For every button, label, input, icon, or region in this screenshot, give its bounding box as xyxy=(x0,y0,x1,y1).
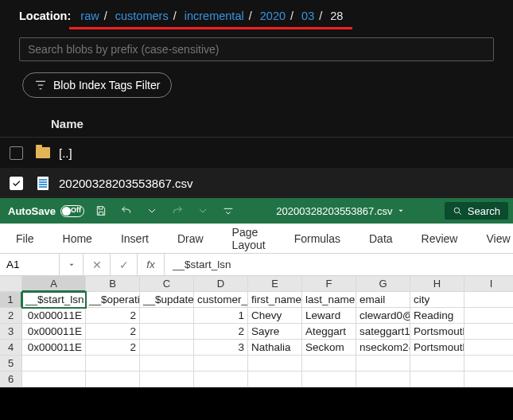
cell[interactable] xyxy=(464,356,513,371)
cell[interactable]: Seckom xyxy=(302,340,356,356)
cell[interactable] xyxy=(140,324,194,340)
cell[interactable] xyxy=(86,356,140,371)
row-checkbox[interactable] xyxy=(10,177,23,190)
cell[interactable]: 2 xyxy=(194,324,248,340)
cell[interactable] xyxy=(140,340,194,356)
cell[interactable] xyxy=(410,371,464,387)
tab-formulas[interactable]: Formulas xyxy=(290,229,345,248)
cell[interactable]: cleward0@ xyxy=(356,308,410,324)
formula-value[interactable]: __$start_lsn xyxy=(165,254,513,275)
crumb-customers[interactable]: customers xyxy=(115,10,169,22)
cell[interactable]: Leward xyxy=(302,308,356,324)
cancel-icon[interactable]: ✕ xyxy=(84,254,111,275)
crumb-2020[interactable]: 2020 xyxy=(260,10,286,22)
crumb-03[interactable]: 03 xyxy=(301,10,314,22)
cell[interactable] xyxy=(464,308,513,324)
name-box[interactable]: A1 xyxy=(0,254,60,275)
cell[interactable]: Reading xyxy=(410,308,464,324)
cell[interactable]: __$start_lsn xyxy=(22,292,86,308)
cell[interactable] xyxy=(464,292,513,308)
cell[interactable]: 0x000011E xyxy=(22,308,86,324)
blob-index-tags-filter-button[interactable]: Blob Index Tags Filter xyxy=(22,72,172,98)
cell[interactable]: Portsmouth xyxy=(410,324,464,340)
column-header[interactable]: G xyxy=(356,276,410,292)
column-header[interactable]: F xyxy=(302,276,356,292)
save-icon[interactable] xyxy=(92,204,110,217)
cell[interactable] xyxy=(356,371,410,387)
cell[interactable]: Ateggart xyxy=(302,324,356,340)
cell[interactable]: customer_ xyxy=(194,292,248,308)
column-header[interactable]: I xyxy=(464,276,513,292)
enter-icon[interactable]: ✓ xyxy=(111,254,138,275)
crumb-incremental[interactable]: incremental xyxy=(185,10,244,22)
qat-customize-icon[interactable] xyxy=(220,204,237,217)
tab-view[interactable]: View xyxy=(481,229,513,248)
cell[interactable] xyxy=(356,356,410,371)
cell[interactable] xyxy=(22,356,86,371)
cell[interactable]: email xyxy=(356,292,410,308)
cell[interactable]: 2 xyxy=(86,308,140,324)
column-header[interactable]: E xyxy=(248,276,302,292)
select-all-corner[interactable] xyxy=(0,276,22,292)
column-header[interactable]: H xyxy=(410,276,464,292)
tab-review[interactable]: Review xyxy=(417,229,463,248)
tab-page-layout[interactable]: Page Layout xyxy=(227,223,270,255)
cell[interactable] xyxy=(194,356,248,371)
column-header[interactable]: D xyxy=(194,276,248,292)
undo-icon[interactable] xyxy=(118,204,135,217)
cell[interactable]: 0x000011E xyxy=(22,340,86,356)
cell[interactable] xyxy=(464,371,513,387)
row-header[interactable]: 1 xyxy=(0,292,22,308)
row-checkbox[interactable] xyxy=(10,146,23,160)
cell[interactable]: sateggart1 xyxy=(356,324,410,340)
chevron-down-icon[interactable] xyxy=(194,204,212,217)
row-name[interactable]: [..] xyxy=(54,146,72,160)
cell[interactable]: 2 xyxy=(86,340,140,356)
tab-data[interactable]: Data xyxy=(364,229,398,248)
cell[interactable] xyxy=(140,371,194,387)
tab-file[interactable]: File xyxy=(11,229,39,248)
cell[interactable] xyxy=(194,371,248,387)
cell[interactable]: 3 xyxy=(194,340,248,356)
cell[interactable] xyxy=(464,324,513,340)
cell[interactable]: Portsmouth xyxy=(410,340,464,356)
search-input[interactable] xyxy=(19,37,494,61)
cell[interactable]: 2 xyxy=(86,324,140,340)
cell[interactable] xyxy=(248,371,302,387)
tab-insert[interactable]: Insert xyxy=(116,229,154,248)
autosave-toggle[interactable]: AutoSave Off xyxy=(8,205,84,217)
crumb-raw[interactable]: raw xyxy=(80,10,99,22)
row-header[interactable]: 5 xyxy=(0,356,22,371)
row-header[interactable]: 4 xyxy=(0,340,22,356)
cell[interactable] xyxy=(464,340,513,356)
tab-draw[interactable]: Draw xyxy=(173,229,208,248)
cell[interactable]: first_name xyxy=(248,292,302,308)
cell[interactable] xyxy=(140,308,194,324)
document-title[interactable]: 20200328203553867.csv xyxy=(276,205,405,217)
name-box-dropdown[interactable] xyxy=(60,254,84,275)
list-item[interactable]: 20200328203553867.csv xyxy=(0,168,513,198)
cell[interactable]: 0x000011E xyxy=(22,324,86,340)
column-header[interactable]: B xyxy=(86,276,140,292)
tab-home[interactable]: Home xyxy=(58,229,97,248)
row-header[interactable]: 2 xyxy=(0,308,22,324)
cell[interactable] xyxy=(248,356,302,371)
column-header[interactable]: C xyxy=(140,276,194,292)
redo-icon[interactable] xyxy=(169,204,186,217)
column-header[interactable]: A xyxy=(22,276,86,292)
cell[interactable]: Nathalia xyxy=(248,340,302,356)
cell[interactable] xyxy=(302,356,356,371)
row-name[interactable]: 20200328203553867.csv xyxy=(54,177,193,190)
cell[interactable]: city xyxy=(410,292,464,308)
cell[interactable]: 1 xyxy=(194,308,248,324)
cell[interactable]: Chevy xyxy=(248,308,302,324)
chevron-down-icon[interactable] xyxy=(143,204,161,217)
excel-search-button[interactable]: Search xyxy=(445,202,508,220)
row-header[interactable]: 6 xyxy=(0,371,22,387)
cell[interactable]: last_name xyxy=(302,292,356,308)
row-header[interactable]: 3 xyxy=(0,324,22,340)
fx-icon[interactable]: fx xyxy=(138,254,165,275)
cell[interactable]: Sayre xyxy=(248,324,302,340)
cell[interactable] xyxy=(86,371,140,387)
cell[interactable]: __$operati xyxy=(86,292,140,308)
